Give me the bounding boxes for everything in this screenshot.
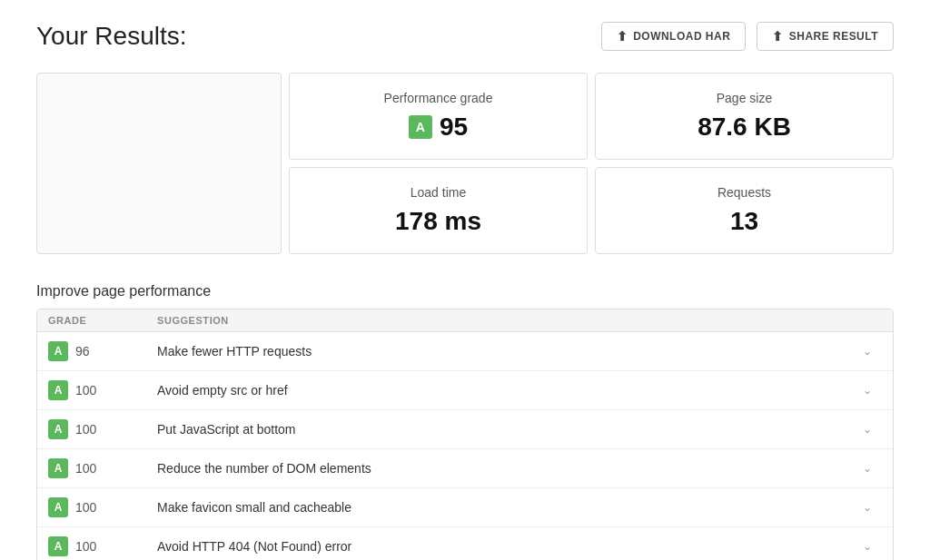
share-icon: ⬆ (772, 30, 783, 43)
screenshot-preview (36, 73, 282, 254)
download-har-button[interactable]: ⬆ DOWNLOAD HAR (601, 22, 747, 51)
suggestion-text: Avoid HTTP 404 (Not Found) error (157, 539, 853, 554)
metric-card-performance: Performance grade A 95 (289, 73, 588, 160)
suggestion-text: Put JavaScript at bottom (157, 422, 853, 437)
metric-label-performance: Performance grade (384, 91, 493, 105)
metric-value-performance: A 95 (409, 113, 468, 142)
improve-section: Improve page performance GRADE SUGGESTIO… (36, 283, 894, 560)
metric-value-requests: 13 (730, 207, 758, 236)
grade-letter: A (48, 536, 68, 556)
grade-number: 100 (75, 461, 96, 476)
chevron-icon: ⌄ (853, 501, 882, 514)
suggestions-table: GRADE SUGGESTION A 96 Make fewer HTTP re… (36, 309, 894, 560)
grade-cell: A 96 (48, 341, 157, 361)
grade-letter: A (48, 380, 68, 400)
chevron-icon: ⌄ (853, 384, 882, 397)
performance-score: 95 (440, 113, 468, 142)
col-suggestion-header: SUGGESTION (157, 315, 853, 326)
metric-card-requests: Requests 13 (595, 167, 894, 254)
suggestion-text: Reduce the number of DOM elements (157, 461, 853, 476)
table-header: GRADE SUGGESTION (37, 309, 893, 332)
col-grade-header: GRADE (48, 315, 157, 326)
suggestions-rows: A 96 Make fewer HTTP requests ⌄ A 100 Av… (37, 332, 893, 560)
chevron-icon: ⌄ (853, 423, 882, 436)
grade-number: 100 (75, 383, 96, 398)
metric-label-page-size: Page size (717, 91, 772, 105)
grade-cell: A 100 (48, 497, 157, 517)
download-icon: ⬆ (617, 30, 628, 43)
metric-label-requests: Requests (717, 185, 771, 200)
download-har-label: DOWNLOAD HAR (633, 30, 730, 43)
metric-label-load-time: Load time (411, 185, 466, 200)
chevron-icon: ⌄ (853, 462, 882, 475)
metric-value-load-time: 178 ms (395, 207, 481, 236)
grade-cell: A 100 (48, 458, 157, 478)
table-row[interactable]: A 100 Avoid HTTP 404 (Not Found) error ⌄ (37, 527, 893, 560)
requests-value: 13 (730, 207, 758, 236)
improve-section-title: Improve page performance (36, 283, 894, 300)
grade-letter: A (48, 341, 68, 361)
results-area: Performance grade A 95 Page size 87.6 KB… (36, 73, 894, 254)
grade-cell: A 100 (48, 419, 157, 439)
table-row[interactable]: A 100 Avoid empty src or href ⌄ (37, 371, 893, 410)
metric-card-load-time: Load time 178 ms (289, 167, 588, 254)
grade-number: 100 (75, 422, 96, 437)
metrics-grid: Performance grade A 95 Page size 87.6 KB… (289, 73, 894, 254)
page-size-value: 87.6 KB (698, 113, 791, 142)
grade-number: 100 (75, 539, 96, 554)
suggestion-text: Make fewer HTTP requests (157, 344, 853, 359)
grade-number: 100 (75, 500, 96, 515)
chevron-icon: ⌄ (853, 540, 882, 553)
metric-card-page-size: Page size 87.6 KB (595, 73, 894, 160)
table-row[interactable]: A 100 Reduce the number of DOM elements … (37, 449, 893, 488)
load-time-value: 178 ms (395, 207, 481, 236)
table-row[interactable]: A 100 Make favicon small and cacheable ⌄ (37, 488, 893, 527)
page-title: Your Results: (36, 22, 187, 51)
grade-letter: A (48, 497, 68, 517)
grade-letter: A (48, 419, 68, 439)
grade-badge: A (409, 115, 432, 139)
grade-number: 96 (75, 344, 90, 359)
grade-cell: A 100 (48, 536, 157, 556)
share-result-label: SHARE RESULT (789, 30, 878, 43)
chevron-icon: ⌄ (853, 345, 882, 358)
header: Your Results: ⬆ DOWNLOAD HAR ⬆ SHARE RES… (36, 22, 894, 51)
metric-value-page-size: 87.6 KB (698, 113, 791, 142)
suggestion-text: Make favicon small and cacheable (157, 500, 853, 515)
table-row[interactable]: A 96 Make fewer HTTP requests ⌄ (37, 332, 893, 371)
suggestion-text: Avoid empty src or href (157, 383, 853, 398)
grade-cell: A 100 (48, 380, 157, 400)
header-buttons: ⬆ DOWNLOAD HAR ⬆ SHARE RESULT (601, 22, 894, 51)
share-result-button[interactable]: ⬆ SHARE RESULT (757, 22, 894, 51)
table-row[interactable]: A 100 Put JavaScript at bottom ⌄ (37, 410, 893, 449)
grade-letter: A (48, 458, 68, 478)
